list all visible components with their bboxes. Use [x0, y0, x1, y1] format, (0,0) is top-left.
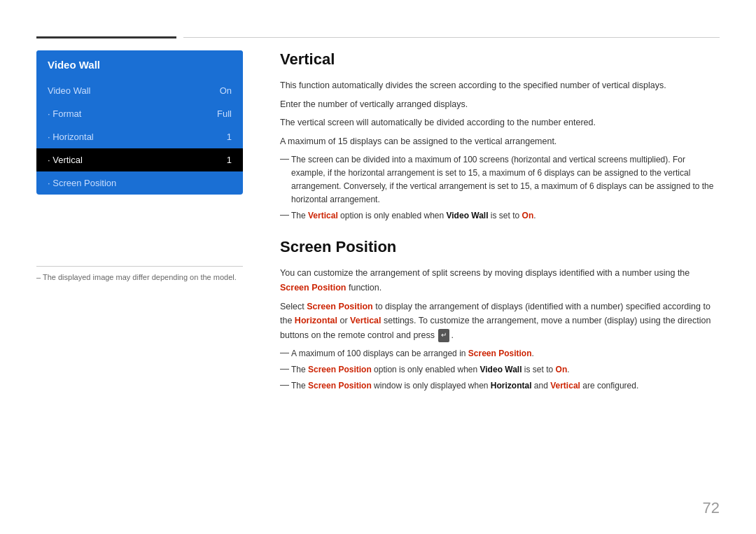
main-content: Vertical This function automatically div… — [280, 50, 720, 498]
sp-para1: You can customize the arrangement of spl… — [280, 266, 720, 295]
vertical-section-title: Vertical — [280, 50, 720, 69]
sidebar-item-format-value: Full — [217, 108, 232, 119]
sidebar-item-horizontal[interactable]: · Horizontal 1 — [36, 125, 243, 148]
sidebar-item-screenposition-label: · Screen Position — [48, 178, 116, 188]
vertical-note2: The Vertical option is only enabled when… — [280, 209, 720, 223]
sp-note1: A maximum of 100 displays can be arrange… — [280, 347, 720, 360]
vertical-note1: The screen can be divided into a maximum… — [280, 153, 720, 207]
screen-position-section-title: Screen Position — [280, 238, 720, 256]
sidebar: Video Wall Video Wall On · Format Full ·… — [36, 50, 243, 195]
page-number: 72 — [703, 499, 720, 517]
sidebar-note: – The displayed image may differ dependi… — [36, 266, 243, 283]
sidebar-note-text: – The displayed image may differ dependi… — [36, 273, 237, 281]
sp-para2: Select Screen Position to display the ar… — [280, 300, 720, 343]
sidebar-item-format[interactable]: · Format Full — [36, 102, 243, 125]
sidebar-item-videowall-label: Video Wall — [48, 85, 90, 96]
vertical-section: Vertical This function automatically div… — [280, 50, 720, 223]
sidebar-header: Video Wall — [36, 50, 243, 79]
enter-icon: ↵ — [438, 329, 449, 342]
sp-note3: The Screen Position window is only displ… — [280, 379, 720, 393]
top-bar-left-line — [36, 36, 176, 38]
sidebar-item-format-label: · Format — [48, 108, 81, 119]
sp-note2: The Screen Position option is only enabl… — [280, 363, 720, 377]
sidebar-item-vertical-label: · Vertical — [48, 155, 83, 165]
screen-position-section: Screen Position You can customize the ar… — [280, 238, 720, 393]
vertical-para1: This function automatically divides the … — [280, 78, 720, 93]
sidebar-item-videowall-value: On — [220, 85, 232, 96]
sidebar-note-divider — [36, 266, 243, 267]
sidebar-item-vertical[interactable]: · Vertical 1 — [36, 148, 243, 171]
sidebar-item-horizontal-value: 1 — [227, 132, 232, 142]
vertical-para3: The vertical screen will automatically b… — [280, 115, 720, 130]
top-bar-right-line — [183, 37, 720, 38]
vertical-note1-text: The screen can be divided into a maximum… — [291, 153, 720, 207]
vertical-para2: Enter the number of vertically arranged … — [280, 97, 720, 112]
sidebar-item-videowall[interactable]: Video Wall On — [36, 79, 243, 102]
top-bar — [0, 36, 756, 38]
vertical-para4: A maximum of 15 displays can be assigned… — [280, 134, 720, 149]
vertical-note2-text: The Vertical option is only enabled when… — [291, 209, 720, 223]
sidebar-item-vertical-value: 1 — [227, 155, 232, 165]
sidebar-item-screenposition[interactable]: · Screen Position — [36, 171, 243, 195]
sidebar-item-horizontal-label: · Horizontal — [48, 132, 94, 142]
